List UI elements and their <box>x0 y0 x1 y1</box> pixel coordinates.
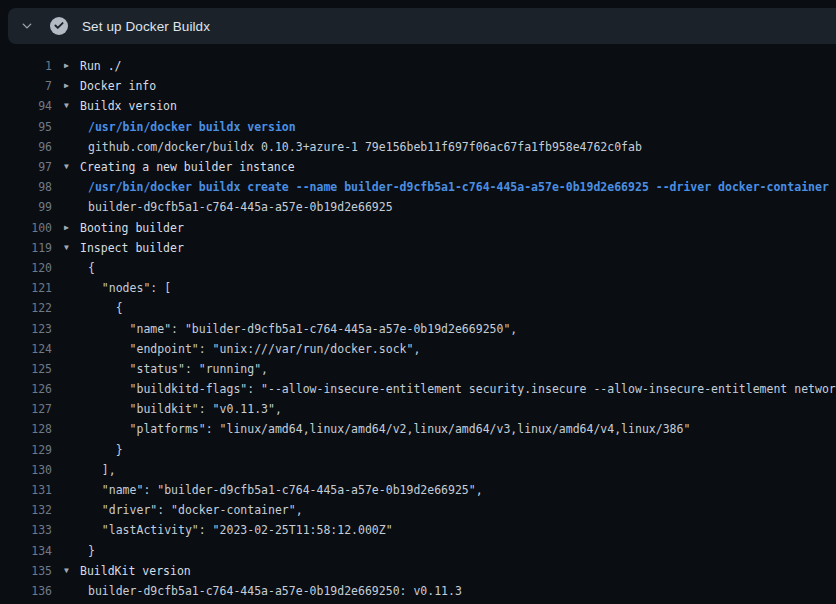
line-number[interactable]: 133 <box>0 523 52 537</box>
group-title: Run ./ <box>80 59 122 73</box>
group-collapsed-triangle-icon[interactable]: ▶ <box>64 62 78 70</box>
line-number[interactable]: 122 <box>0 301 52 315</box>
line-number[interactable]: 100 <box>0 221 52 235</box>
line-number[interactable]: 123 <box>0 322 52 336</box>
log-text: "driver": "docker-container", <box>88 503 303 517</box>
log-line: 128 "platforms": "linux/amd64,linux/amd6… <box>0 419 836 439</box>
line-number[interactable]: 124 <box>0 342 52 356</box>
log-line: 131 "name": "builder-d9cfb5a1-c764-445a-… <box>0 480 836 500</box>
command-text: /usr/bin/docker buildx create --name bui… <box>88 180 829 194</box>
line-number[interactable]: 94 <box>0 99 52 113</box>
step-title: Set up Docker Buildx <box>82 19 210 34</box>
line-number[interactable]: 97 <box>0 160 52 174</box>
group-expanded-triangle-icon[interactable]: ▼ <box>64 244 78 252</box>
line-number[interactable]: 135 <box>0 564 52 578</box>
log-text: } <box>88 443 123 457</box>
line-number[interactable]: 126 <box>0 382 52 396</box>
group-title: Buildx version <box>80 99 177 113</box>
line-number[interactable]: 127 <box>0 402 52 416</box>
group-title: BuildKit version <box>80 564 191 578</box>
group-title: Creating a new builder instance <box>80 160 295 174</box>
log-text: "status": "running", <box>88 362 268 376</box>
log-line: 124 "endpoint": "unix:///var/run/docker.… <box>0 339 836 359</box>
log-group-row[interactable]: 135▼BuildKit version <box>0 561 836 581</box>
log-group-row[interactable]: 94▼Buildx version <box>0 96 836 116</box>
log-text: builder-d9cfb5a1-c764-445a-a57e-0b19d2e6… <box>88 200 393 214</box>
log-line: 126 "buildkitd-flags": "--allow-insecure… <box>0 379 836 399</box>
line-number[interactable]: 119 <box>0 241 52 255</box>
log-group-row[interactable]: 97▼Creating a new builder instance <box>0 157 836 177</box>
log-line: 121 "nodes": [ <box>0 278 836 298</box>
line-number[interactable]: 125 <box>0 362 52 376</box>
group-expanded-triangle-icon[interactable]: ▼ <box>64 102 78 110</box>
line-number[interactable]: 132 <box>0 503 52 517</box>
log-text: } <box>88 544 95 558</box>
chevron-down-icon[interactable] <box>20 19 34 33</box>
group-title: Inspect builder <box>80 241 184 255</box>
log-line: 133 "lastActivity": "2023-02-25T11:58:12… <box>0 520 836 540</box>
log-text: { <box>88 261 95 275</box>
log-line: 122 { <box>0 298 836 318</box>
line-number[interactable]: 96 <box>0 140 52 154</box>
line-number[interactable]: 99 <box>0 200 52 214</box>
log-text: "name": "builder-d9cfb5a1-c764-445a-a57e… <box>88 483 483 497</box>
log-line: 96github.com/docker/buildx 0.10.3+azure-… <box>0 137 836 157</box>
log-text: "buildkitd-flags": "--allow-insecure-ent… <box>88 382 836 396</box>
log-line: 129 } <box>0 440 836 460</box>
log-line: 134} <box>0 541 836 561</box>
line-number[interactable]: 98 <box>0 180 52 194</box>
log-group-row[interactable]: 1▶Run ./ <box>0 56 836 76</box>
log-group-row[interactable]: 119▼Inspect builder <box>0 238 836 258</box>
log-text: "endpoint": "unix:///var/run/docker.sock… <box>88 342 420 356</box>
log-line: 99builder-d9cfb5a1-c764-445a-a57e-0b19d2… <box>0 197 836 217</box>
log-line: 98/usr/bin/docker buildx create --name b… <box>0 177 836 197</box>
log-text: "nodes": [ <box>88 281 171 295</box>
log-output: 1▶Run ./7▶Docker info94▼Buildx version95… <box>0 44 836 604</box>
log-text: { <box>88 301 123 315</box>
log-text: github.com/docker/buildx 0.10.3+azure-1 … <box>88 140 642 154</box>
log-text: "platforms": "linux/amd64,linux/amd64/v2… <box>88 422 690 436</box>
line-number[interactable]: 121 <box>0 281 52 295</box>
log-line: 95/usr/bin/docker buildx version <box>0 117 836 137</box>
log-text: "buildkit": "v0.11.3", <box>88 402 282 416</box>
log-line: 127 "buildkit": "v0.11.3", <box>0 399 836 419</box>
log-text: "lastActivity": "2023-02-25T11:58:12.000… <box>88 523 393 537</box>
command-text: /usr/bin/docker buildx version <box>88 120 296 134</box>
group-title: Booting builder <box>80 221 184 235</box>
log-line: 125 "status": "running", <box>0 359 836 379</box>
line-number[interactable]: 130 <box>0 463 52 477</box>
line-number[interactable]: 129 <box>0 443 52 457</box>
line-number[interactable]: 136 <box>0 584 52 598</box>
group-collapsed-triangle-icon[interactable]: ▶ <box>64 224 78 232</box>
group-collapsed-triangle-icon[interactable]: ▶ <box>64 82 78 90</box>
log-line: 136builder-d9cfb5a1-c764-445a-a57e-0b19d… <box>0 581 836 601</box>
log-group-row[interactable]: 7▶Docker info <box>0 76 836 96</box>
log-line: 132 "driver": "docker-container", <box>0 500 836 520</box>
log-text: "name": "builder-d9cfb5a1-c764-445a-a57e… <box>88 322 517 336</box>
line-number[interactable]: 7 <box>0 79 52 93</box>
group-title: Docker info <box>80 79 156 93</box>
log-line: 130 ], <box>0 460 836 480</box>
group-expanded-triangle-icon[interactable]: ▼ <box>64 567 78 575</box>
step-header[interactable]: Set up Docker Buildx <box>8 8 836 44</box>
check-circle-icon <box>50 17 68 35</box>
log-group-row[interactable]: 100▶Booting builder <box>0 218 836 238</box>
group-expanded-triangle-icon[interactable]: ▼ <box>64 163 78 171</box>
log-text: ], <box>88 463 116 477</box>
line-number[interactable]: 95 <box>0 120 52 134</box>
log-line: 120{ <box>0 258 836 278</box>
line-number[interactable]: 134 <box>0 544 52 558</box>
line-number[interactable]: 1 <box>0 59 52 73</box>
log-line: 123 "name": "builder-d9cfb5a1-c764-445a-… <box>0 318 836 338</box>
line-number[interactable]: 120 <box>0 261 52 275</box>
log-text: builder-d9cfb5a1-c764-445a-a57e-0b19d2e6… <box>88 584 462 598</box>
line-number[interactable]: 131 <box>0 483 52 497</box>
line-number[interactable]: 128 <box>0 422 52 436</box>
